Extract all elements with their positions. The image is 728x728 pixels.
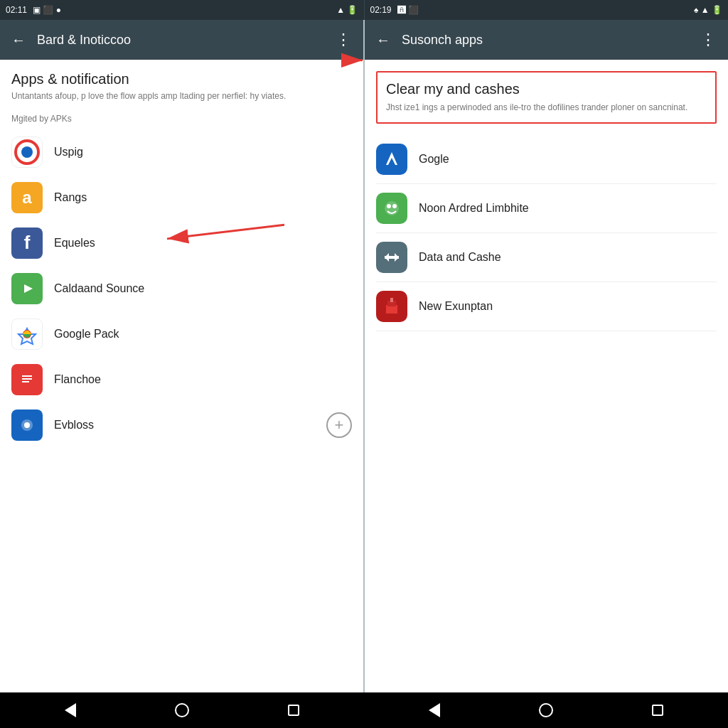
app-icon-uspig [11, 136, 43, 168]
app-name-uspig: Uspig [54, 146, 83, 159]
svg-rect-10 [22, 375, 32, 377]
svg-rect-29 [390, 298, 393, 302]
app-name-gogle: Gogle [419, 153, 449, 166]
app-icon-equeles: f [11, 228, 43, 259]
section-label: Mgited by APKs [11, 114, 352, 124]
nav-recent-right[interactable] [647, 700, 668, 721]
nav-recent-left[interactable] [283, 700, 304, 721]
svg-point-15 [24, 422, 30, 428]
app-icon-evbloss [11, 410, 43, 441]
app-icon-google-pack [11, 318, 43, 350]
app-name-google-pack: Google Pack [54, 328, 119, 341]
left-screen-content: Apps & notification Untantants afoup, p … [0, 60, 363, 692]
right-more-button[interactable]: ⋮ [695, 28, 722, 52]
status-bar: 02:11 ▣ ⬛ ● ▲ 🔋 02:19 🅰 ⬛ ♠ ▲ 🔋 [0, 0, 728, 20]
app-name-evbloss: Evbloss [54, 419, 94, 432]
list-item[interactable]: Data and Cashe [376, 233, 717, 282]
left-more-button[interactable]: ⋮ [330, 28, 358, 52]
left-back-button[interactable]: ← [6, 29, 31, 51]
clear-cache-box: Clear my and cashes Jhst ize1 ings a per… [376, 71, 717, 124]
list-item[interactable]: a Rangs [11, 175, 352, 220]
svg-point-21 [392, 204, 397, 208]
list-item[interactable]: New Exunptan [376, 282, 717, 331]
signal-right: ♠ ▲ 🔋 [694, 5, 722, 15]
app-icon-data-cashe [376, 242, 407, 273]
app-list: Uspig a Rangs f Equeles [11, 129, 352, 448]
nav-home-left[interactable] [171, 700, 193, 721]
app-name-new-exunptan: New Exunptan [419, 300, 493, 313]
app-name-rangs: Rangs [54, 191, 87, 204]
app-icon-caldaand [11, 273, 43, 304]
app-icon-rangs: a [11, 182, 43, 213]
right-toolbar: ← Susonch apps ⋮ [365, 20, 728, 60]
app-name-data-cashe: Data and Cashe [419, 251, 501, 264]
list-item[interactable]: Flanchoe [11, 357, 352, 402]
right-screen: ← Susonch apps ⋮ Clear my and cashes Jhs… [365, 20, 728, 692]
bottom-nav-left [0, 692, 364, 728]
right-screen-content: Clear my and cashes Jhst ize1 ings a per… [365, 60, 728, 692]
list-item[interactable]: Uspig [11, 129, 352, 175]
app-icon-flanchoe [11, 364, 43, 395]
status-bar-right: 02:19 🅰 ⬛ ♠ ▲ 🔋 [365, 0, 729, 20]
app-name-noon: Noon Ardred Limbhite [419, 202, 529, 215]
app-name-flanchoe: Flanchoe [54, 373, 101, 386]
screens-container: ← Bard & Inoticcoo ⋮ Apps & notification… [0, 20, 728, 692]
app-name-equeles: Equeles [54, 237, 95, 250]
svg-rect-12 [22, 381, 29, 382]
add-button[interactable]: + [326, 412, 352, 438]
time-right: 02:19 [370, 5, 392, 15]
svg-rect-11 [22, 378, 32, 380]
right-app-list: Gogle Noon Ardred Limbhite Data and Cash… [376, 135, 717, 331]
list-item[interactable]: Noon Ardred Limbhite [376, 184, 717, 233]
nav-back-left[interactable] [60, 700, 81, 721]
app-icon-noon [376, 193, 407, 224]
bottom-nav-right [364, 692, 728, 728]
nav-back-right[interactable] [424, 700, 445, 721]
status-icons-right: 🅰 ⬛ [397, 5, 419, 15]
svg-rect-16 [380, 148, 403, 171]
list-item[interactable]: f Equeles [11, 220, 352, 266]
list-item[interactable]: Gogle [376, 135, 717, 184]
signal-left: ▲ 🔋 [336, 5, 358, 15]
nav-home-right[interactable] [535, 700, 557, 721]
screens-wrapper: ← Bard & Inoticcoo ⋮ Apps & notification… [0, 20, 728, 692]
section-desc: Untantants afoup, p love the flow appls … [11, 90, 352, 102]
section-title: Apps & notification [11, 71, 352, 87]
list-item[interactable]: Caldaand Sounce [11, 266, 352, 311]
app-icon-new-exunptan [376, 291, 407, 322]
right-toolbar-title: Susonch apps [402, 33, 689, 48]
left-toolbar: ← Bard & Inoticcoo ⋮ [0, 20, 363, 60]
right-back-button[interactable]: ← [370, 29, 396, 51]
svg-point-5 [21, 146, 33, 158]
left-screen: ← Bard & Inoticcoo ⋮ Apps & notification… [0, 20, 363, 692]
status-bar-left: 02:11 ▣ ⬛ ● ▲ 🔋 [0, 0, 364, 20]
list-item[interactable]: Google Pack [11, 311, 352, 357]
clear-cache-title: Clear my and cashes [386, 81, 707, 97]
app-name-caldaand: Caldaand Sounce [54, 282, 144, 295]
list-item[interactable]: Evbloss + [11, 402, 352, 448]
svg-point-20 [387, 204, 391, 208]
status-icons-left: ▣ ⬛ ● [33, 5, 61, 15]
left-toolbar-title: Bard & Inoticcoo [37, 33, 324, 48]
app-icon-gogle [376, 144, 407, 175]
time-left: 02:11 [6, 5, 27, 15]
clear-cache-desc: Jhst ize1 ings a perwinoded ans ile-tro … [386, 102, 707, 114]
bottom-nav-container [0, 692, 728, 728]
